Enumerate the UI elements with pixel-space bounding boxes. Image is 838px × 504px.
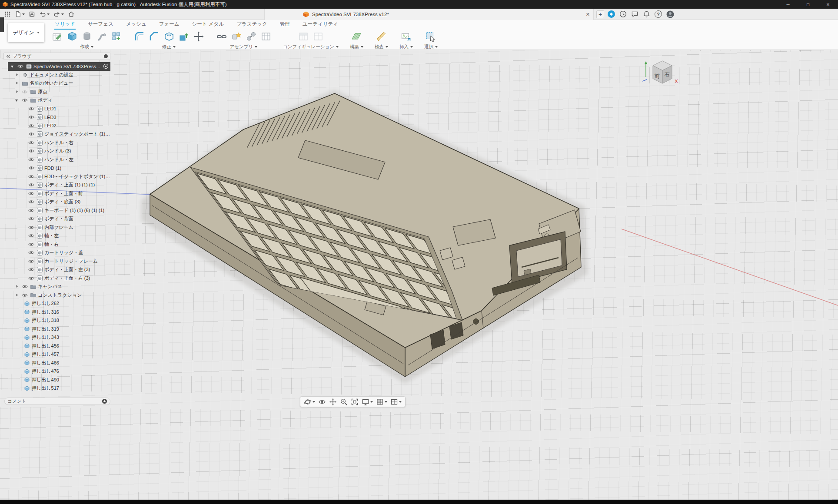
- body-row[interactable]: 内部フレーム: [3, 223, 110, 232]
- comments-icon[interactable]: [631, 10, 638, 18]
- body-row[interactable]: ボディ・底面 (3): [3, 198, 110, 206]
- revolve-button[interactable]: [81, 30, 93, 42]
- visibility-eye-icon[interactable]: [28, 259, 35, 263]
- workspace-selector[interactable]: デザイン: [8, 23, 44, 42]
- bodies-folder-row[interactable]: ボディ: [3, 96, 110, 105]
- body-row[interactable]: ボディ・背面: [3, 215, 110, 223]
- create-sketch-button[interactable]: [51, 30, 63, 42]
- visibility-eye-icon[interactable]: [28, 141, 35, 145]
- expander-icon[interactable]: [15, 88, 20, 96]
- help-icon[interactable]: ?: [655, 10, 662, 18]
- viewports-icon[interactable]: [390, 398, 402, 406]
- comment-bar[interactable]: コメント: [4, 398, 110, 405]
- visibility-eye-icon[interactable]: [28, 166, 35, 170]
- shell-button[interactable]: [163, 30, 175, 42]
- save-button[interactable]: [29, 11, 35, 17]
- pan-icon[interactable]: [329, 398, 337, 406]
- model-3d[interactable]: [150, 93, 581, 377]
- close-button[interactable]: ✕: [818, 0, 838, 9]
- select-group-label[interactable]: 選択: [424, 44, 438, 50]
- tab-form[interactable]: フォーム: [159, 20, 180, 30]
- link-button[interactable]: [216, 30, 227, 42]
- named-views-row[interactable]: 名前の付いたビュー: [3, 79, 110, 88]
- visibility-eye-icon[interactable]: [28, 268, 35, 272]
- tab-surface[interactable]: サーフェス: [87, 20, 114, 30]
- visibility-eye-icon[interactable]: [28, 132, 35, 136]
- tab-utilities[interactable]: ユーティリティ: [302, 20, 339, 30]
- visibility-eye-icon[interactable]: [28, 124, 35, 128]
- origin-row[interactable]: 原点: [3, 88, 110, 96]
- display-settings-icon[interactable]: [362, 398, 373, 406]
- body-row[interactable]: LED3: [3, 113, 110, 122]
- doc-settings-row[interactable]: ドキュメントの設定: [3, 71, 110, 80]
- configuration-group-label[interactable]: コンフィギュレーション: [283, 44, 339, 50]
- grid-and-snaps-icon[interactable]: [376, 398, 387, 406]
- tab-sheet-metal[interactable]: シート メタル: [192, 20, 225, 30]
- assemble-group-label[interactable]: アセンブリ: [230, 44, 258, 50]
- visibility-eye-icon[interactable]: [28, 158, 35, 162]
- expander-icon[interactable]: [15, 96, 20, 105]
- visibility-eye-icon[interactable]: [28, 276, 35, 280]
- body-row[interactable]: FDD (1): [3, 164, 110, 172]
- insert-group-label[interactable]: 挿入: [399, 44, 413, 50]
- extrude-button[interactable]: [66, 30, 78, 42]
- body-row[interactable]: 軸・右: [3, 240, 110, 249]
- fillet-button[interactable]: [133, 30, 145, 42]
- look-at-icon[interactable]: [318, 398, 326, 406]
- create-group-label[interactable]: 作成: [80, 44, 93, 50]
- visibility-eye-icon[interactable]: [28, 251, 35, 255]
- body-row[interactable]: ボディ・上面 (1) (1) (1): [3, 181, 110, 189]
- viewports-caret-icon[interactable]: [399, 401, 402, 403]
- move-button[interactable]: [193, 30, 204, 42]
- tab-solid[interactable]: ソリッド: [54, 20, 76, 30]
- body-row[interactable]: FDD・イジェクトボタン (1) (1): [3, 172, 110, 181]
- modify-group-label[interactable]: 修正: [162, 44, 176, 50]
- press-pull-button[interactable]: [178, 30, 190, 42]
- feature-row[interactable]: 押し出し456: [3, 342, 110, 351]
- minimize-button[interactable]: ─: [778, 0, 798, 9]
- tab-plastic[interactable]: プラスチック: [236, 20, 268, 30]
- feature-row[interactable]: 押し出し316: [3, 308, 110, 317]
- body-row[interactable]: ジョイスティックポート (1) (1) (1): [3, 130, 110, 139]
- visibility-eye-icon[interactable]: [28, 234, 35, 238]
- feature-row[interactable]: 押し出し517: [3, 384, 110, 393]
- body-row[interactable]: カートリッジ・フレーム: [3, 257, 110, 266]
- body-row[interactable]: ボディ・上面・左 (3): [3, 265, 110, 274]
- comment-expand-icon[interactable]: [102, 398, 107, 404]
- redo-caret-icon[interactable]: [61, 13, 64, 15]
- insert-button[interactable]: [400, 30, 412, 42]
- feature-row[interactable]: 押し出し457: [3, 350, 110, 359]
- measure-button[interactable]: [376, 30, 387, 42]
- visibility-eye-icon[interactable]: [28, 209, 35, 212]
- app-grid-menu-icon[interactable]: [4, 11, 11, 17]
- maximize-button[interactable]: □: [798, 0, 818, 9]
- notifications-bell-icon[interactable]: [643, 10, 650, 18]
- feature-row[interactable]: 押し出し319: [3, 325, 110, 334]
- body-row[interactable]: LED2: [3, 122, 110, 130]
- chamfer-button[interactable]: [148, 30, 160, 42]
- browser-options-icon[interactable]: [104, 54, 108, 58]
- tab-manage[interactable]: 管理: [279, 20, 290, 30]
- extensions-icon[interactable]: [608, 10, 615, 18]
- visibility-eye-icon[interactable]: [17, 64, 24, 68]
- construct-group-label[interactable]: 構築: [350, 44, 363, 50]
- body-row[interactable]: カートリッジ・蓋: [3, 249, 110, 257]
- select-button[interactable]: [425, 30, 437, 42]
- expander-icon[interactable]: [10, 62, 16, 71]
- canvases-folder-row[interactable]: キャンバス: [3, 282, 110, 291]
- new-tab-button[interactable]: +: [596, 10, 604, 18]
- visibility-eye-icon[interactable]: [28, 183, 35, 187]
- pattern-button[interactable]: [110, 30, 122, 42]
- expander-icon[interactable]: [15, 71, 20, 80]
- document-tab[interactable]: SpectraVideo SVI-738XPress v12* ✕: [264, 9, 594, 20]
- visibility-eye-icon[interactable]: [28, 217, 35, 221]
- body-row[interactable]: ハンドル (3): [3, 147, 110, 156]
- body-row[interactable]: ボディ・上面・右 (3): [3, 274, 110, 283]
- inspect-group-label[interactable]: 検査: [375, 44, 388, 50]
- fit-icon[interactable]: [351, 398, 359, 406]
- joint-button[interactable]: [245, 30, 257, 42]
- model-viewport[interactable]: ブラウザ SpectraVideo SVI-738XPress... ドキュ: [0, 50, 838, 500]
- configuration-table-button[interactable]: [297, 30, 309, 42]
- orbit-caret-icon[interactable]: [313, 401, 315, 403]
- bom-table-button[interactable]: [260, 30, 272, 42]
